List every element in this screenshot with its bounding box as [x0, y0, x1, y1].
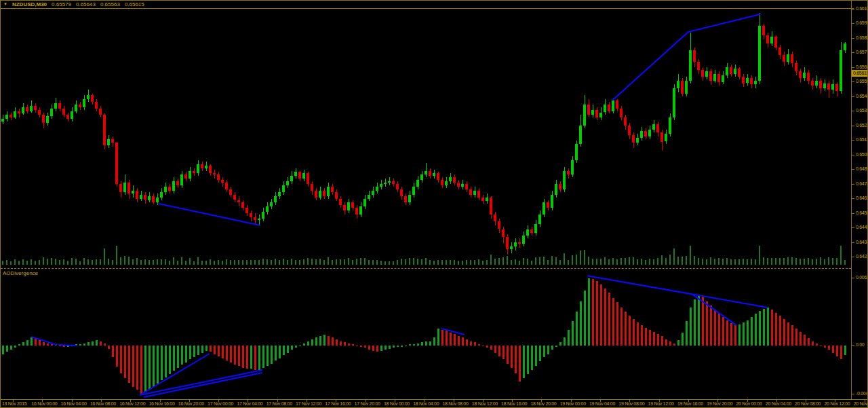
- current-price-marker: 0.65615: [852, 70, 868, 77]
- price-axis-tick: [852, 227, 854, 228]
- chart-header: ▼ NZDUSD,M30 0.65579 0.65643 0.65563 0.6…: [1, 1, 854, 9]
- time-tick-label: 20 Nov 00:00: [736, 401, 762, 406]
- time-tick-label: 19 Nov 04:00: [589, 401, 615, 406]
- price-tick-label: 0.65550: [856, 79, 868, 84]
- price-axis-tick: [852, 38, 854, 39]
- price-tick-label: 0.64560: [856, 210, 868, 215]
- time-tick-label: 17 Nov 16:00: [325, 401, 351, 406]
- ohlc-high: 0.65643: [76, 1, 96, 7]
- time-tick-label: 18 Nov 04:00: [413, 401, 439, 406]
- time-tick-label: 19 Nov 00:00: [560, 401, 586, 406]
- time-tick-label: 16 Nov 00:00: [31, 401, 57, 406]
- ohlc-open: 0.65579: [52, 1, 71, 7]
- time-tick-label: 18 Nov 08:00: [443, 401, 469, 406]
- time-tick-label: 16 Nov 12:00: [119, 401, 145, 406]
- time-tick-label: 17 Nov 20:00: [355, 401, 380, 406]
- time-tick-label: 18 Nov 00:00: [384, 401, 410, 406]
- price-tick-label: 0.65880: [856, 35, 868, 40]
- price-tick-label: 0.65770: [856, 50, 868, 54]
- price-tick-label: 0.65660: [856, 64, 868, 69]
- indicator-panel[interactable]: AODivergence: [1, 268, 851, 399]
- time-tick-label: 19 Nov 12:00: [648, 401, 674, 406]
- price-axis-tick: [852, 169, 854, 170]
- price-axis-tick: [852, 81, 854, 82]
- trendline[interactable]: [159, 204, 260, 225]
- price-axis-tick: [852, 184, 854, 185]
- time-tick-label: 20 Nov 12:00: [824, 401, 850, 406]
- indicator-axis-tick: [852, 345, 854, 346]
- indicator-tick-label: -0.004608: [856, 391, 868, 396]
- candles-layer: [1, 13, 846, 255]
- price-axis-tick: [852, 126, 854, 126]
- price-tick-label: 0.65000: [856, 152, 868, 157]
- price-tick-label: 0.66100: [856, 6, 868, 11]
- price-tick-label: 0.65330: [856, 108, 868, 113]
- time-tick-label: 17 Nov 00:00: [208, 401, 233, 406]
- app-window: ▼ NZDUSD,M30 0.65579 0.65643 0.65563 0.6…: [0, 0, 868, 408]
- symbol-dropdown-icon[interactable]: ▼: [3, 1, 7, 7]
- time-tick-label: 19 Nov 20:00: [707, 401, 732, 406]
- time-tick-label: 20 Nov 08:00: [795, 401, 821, 406]
- price-tick-label: 0.64780: [856, 181, 868, 186]
- price-tick-label: 0.64230: [856, 254, 868, 259]
- indicator-tick-label: 0.006356: [856, 275, 868, 280]
- price-tick-label: 0.64890: [856, 166, 868, 171]
- indicator-name-label: AODivergence: [3, 270, 38, 276]
- volume-layer: [2, 246, 846, 265]
- ohlc-low: 0.65563: [100, 1, 120, 7]
- indicator-chart-area[interactable]: [1, 270, 851, 400]
- price-axis-tick: [852, 198, 854, 199]
- divergence-line[interactable]: [441, 329, 465, 335]
- divergence-line[interactable]: [587, 276, 768, 308]
- time-tick-label: 17 Nov 12:00: [296, 401, 321, 406]
- time-tick-label: 18 Nov 20:00: [530, 401, 556, 406]
- price-axis-tick: [852, 52, 854, 53]
- price-axis[interactable]: 0.65615 0.661000.659900.658800.657700.65…: [851, 1, 868, 399]
- price-tick-label: 0.64670: [856, 196, 868, 200]
- time-axis[interactable]: 13 Nov 201516 Nov 00:0016 Nov 04:0016 No…: [1, 399, 867, 407]
- indicator-axis-tick: [852, 278, 854, 278]
- time-tick-label: 19 Nov 08:00: [618, 401, 644, 406]
- price-axis-tick: [852, 257, 854, 257]
- time-tick-label: 13 Nov 2015: [2, 401, 26, 406]
- time-tick-label: 16 Nov 04:00: [61, 401, 87, 406]
- price-tick-label: 0.65440: [856, 94, 868, 98]
- indicator-tick-label: 0.00: [856, 342, 864, 347]
- price-tick-label: 0.64450: [856, 225, 868, 229]
- divergence-line[interactable]: [58, 345, 77, 346]
- price-axis-tick: [852, 242, 854, 243]
- time-tick-label: 16 Nov 20:00: [178, 401, 204, 406]
- price-axis-tick: [852, 213, 854, 214]
- time-tick-label: 18 Nov 16:00: [501, 401, 527, 406]
- price-tick-label: 0.64340: [856, 240, 868, 244]
- time-tick-label: 16 Nov 16:00: [149, 401, 175, 406]
- price-tick-label: 0.65110: [856, 137, 868, 142]
- price-axis-tick: [852, 111, 854, 111]
- symbol-period-label: NZDUSD,M30: [12, 1, 47, 7]
- indicator-axis-tick: [852, 394, 854, 394]
- time-tick-label: 17 Nov 08:00: [267, 401, 292, 406]
- ohlc-close: 0.65615: [125, 1, 144, 7]
- price-axis-tick: [852, 67, 854, 68]
- time-tick-label: 20 Nov 04:00: [766, 401, 791, 406]
- time-tick-label: 17 Nov 04:00: [237, 401, 262, 406]
- price-axis-tick: [852, 155, 854, 155]
- price-axis-tick: [852, 140, 854, 141]
- price-chart-area[interactable]: [1, 9, 851, 268]
- price-tick-label: 0.65990: [856, 20, 868, 25]
- price-axis-tick: [852, 23, 854, 24]
- time-tick-label: 19 Nov 16:00: [677, 401, 703, 406]
- time-tick-label: 20 Nov 16:00: [854, 401, 868, 406]
- time-tick-label: 18 Nov 12:00: [472, 401, 498, 406]
- price-tick-label: 0.65220: [856, 123, 868, 128]
- time-tick-label: 16 Nov 08:00: [90, 401, 116, 406]
- price-axis-tick: [852, 9, 854, 10]
- ao-histogram: [2, 278, 846, 394]
- price-axis-tick: [852, 96, 854, 97]
